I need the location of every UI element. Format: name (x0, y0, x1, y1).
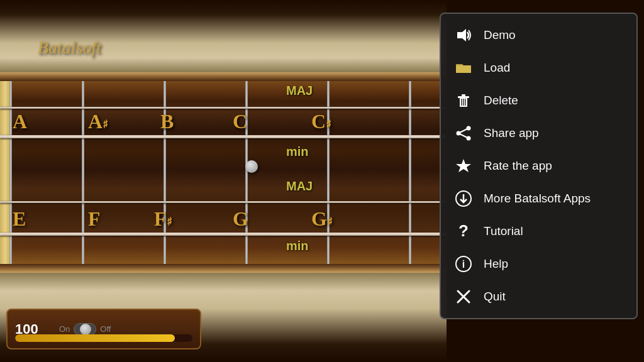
guitar-top-area (0, 0, 447, 72)
fret-2 (164, 72, 166, 267)
scale-min-bottom: min (286, 239, 309, 253)
svg-marker-13 (456, 159, 471, 172)
note-f-sharp: F♯ (154, 207, 172, 231)
note-g: G (233, 207, 248, 231)
fretboard-top-frame (0, 72, 447, 81)
menu-item-rate[interactable]: Rate the app (441, 150, 636, 182)
menu-share-label: Share app (484, 126, 539, 140)
menu-item-load[interactable]: Load (441, 52, 636, 84)
toggle-switch[interactable] (74, 323, 96, 336)
question-icon: ? (453, 221, 474, 241)
menu-item-quit[interactable]: Quit (441, 280, 636, 313)
fret-dot (245, 160, 258, 173)
menu-help-label: Help (484, 257, 508, 271)
menu-item-help[interactable]: i Help (441, 248, 636, 280)
fret-0 (9, 72, 12, 267)
svg-marker-0 (457, 29, 466, 41)
string-1 (0, 107, 447, 109)
svg-text:?: ? (458, 222, 469, 240)
menu-delete-label: Delete (484, 94, 518, 107)
context-menu: Demo Load Delete (440, 13, 638, 319)
svg-rect-3 (458, 96, 469, 98)
note-a: A (13, 110, 27, 133)
fretboard-body: MAJ min MAJ min A A♯ B C C♯ E F F♯ G G♯ (0, 72, 447, 267)
menu-rate-label: Rate the app (484, 159, 552, 173)
menu-item-share[interactable]: Share app (441, 117, 636, 150)
menu-item-delete[interactable]: Delete (441, 84, 636, 117)
menu-item-tutorial[interactable]: ? Tutorial (441, 215, 636, 248)
menu-more-label: More Batalsoft Apps (484, 192, 591, 206)
scale-min-top: min (286, 145, 309, 159)
guitar-nut (0, 72, 10, 267)
fretboard-bottom-frame (0, 264, 447, 273)
volume-bar-container[interactable] (15, 334, 192, 342)
svg-line-12 (458, 133, 469, 138)
fret-1 (82, 72, 84, 267)
close-x-icon (453, 287, 474, 307)
on-off-area: On Off (59, 323, 111, 336)
menu-load-label: Load (484, 61, 510, 75)
trash-icon (453, 90, 474, 111)
menu-quit-label: Quit (484, 290, 506, 304)
share-icon (453, 123, 474, 143)
off-label: Off (100, 324, 111, 334)
note-a-sharp: A♯ (88, 110, 108, 133)
folder-icon (453, 58, 474, 78)
note-c: C (233, 110, 247, 133)
download-icon (453, 189, 474, 209)
svg-rect-4 (462, 94, 465, 96)
note-c-sharp: C♯ (311, 110, 331, 133)
svg-text:i: i (462, 259, 465, 270)
string-2 (0, 135, 447, 138)
volume-bar-fill (15, 334, 175, 342)
svg-line-11 (458, 128, 469, 133)
string-4 (0, 233, 447, 236)
info-icon: i (453, 254, 474, 274)
string-3 (0, 201, 447, 203)
menu-item-demo[interactable]: Demo (441, 19, 636, 52)
app-logo: Batalsoft (38, 38, 101, 58)
scale-maj-bottom: MAJ (286, 179, 313, 194)
scale-maj-top: MAJ (286, 84, 313, 98)
note-g-sharp: G♯ (311, 207, 333, 231)
svg-rect-1 (456, 65, 471, 73)
menu-item-more[interactable]: More Batalsoft Apps (441, 182, 636, 215)
note-b: B (160, 110, 174, 133)
fret-4 (327, 72, 330, 267)
fret-5 (409, 72, 411, 267)
star-icon (453, 156, 474, 176)
on-label: On (59, 324, 70, 334)
toggle-knob (80, 324, 91, 335)
note-f: F (88, 207, 101, 231)
note-e: E (13, 207, 26, 231)
bottom-controls-panel: 100 On Off (6, 309, 201, 349)
guitar-background: MAJ min MAJ min A A♯ B C C♯ E F F♯ G G♯ … (0, 0, 447, 362)
menu-demo-label: Demo (484, 28, 516, 42)
menu-tutorial-label: Tutorial (484, 224, 523, 238)
speaker-icon (453, 25, 474, 45)
